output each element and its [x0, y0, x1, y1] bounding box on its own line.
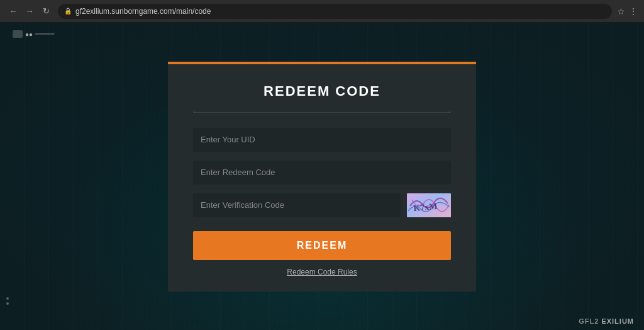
- address-bar[interactable]: 🔒 gf2exilium.sunborngame.com/main/code: [58, 4, 612, 19]
- nav-buttons: ← → ↻: [6, 4, 53, 18]
- forward-button[interactable]: →: [23, 4, 36, 18]
- brand-part2: EXILIUM: [601, 317, 634, 325]
- logo-icon: [13, 30, 23, 38]
- bottom-logo: GFL2 EXILIUM: [579, 317, 634, 325]
- brand-part1: GFL2: [579, 317, 599, 325]
- lock-icon: 🔒: [64, 8, 72, 14]
- divider: [193, 112, 451, 113]
- menu-icon[interactable]: ⋮: [629, 6, 638, 16]
- redeem-card: REDEEM CODE: [168, 62, 476, 292]
- star-icon[interactable]: ☆: [617, 6, 625, 16]
- redeem-button[interactable]: REDEEM: [193, 231, 451, 260]
- dot-1: [6, 297, 9, 300]
- page-background: ●● ━━━━━━ REDEEM CODE: [0, 23, 644, 330]
- card-title: REDEEM CODE: [193, 83, 451, 100]
- bottom-dots: [6, 297, 9, 305]
- uid-field-group: [193, 128, 451, 152]
- verification-field-group: K7xM: [193, 193, 451, 217]
- uid-input[interactable]: [193, 128, 451, 152]
- refresh-button[interactable]: ↻: [39, 4, 53, 18]
- logo-text: ●●: [25, 31, 33, 38]
- captcha-image[interactable]: K7xM: [407, 193, 451, 217]
- browser-chrome: ← → ↻ 🔒 gf2exilium.sunborngame.com/main/…: [0, 0, 644, 23]
- page-logo: ●● ━━━━━━: [13, 30, 54, 38]
- back-button[interactable]: ←: [6, 4, 20, 18]
- redeem-code-input[interactable]: [193, 161, 451, 185]
- dot-2: [6, 302, 9, 305]
- url-text: gf2exilium.sunborngame.com/main/code: [75, 7, 211, 16]
- browser-actions: ☆ ⋮: [617, 6, 638, 16]
- verification-code-input[interactable]: [193, 193, 401, 217]
- rules-link[interactable]: Redeem Code Rules: [193, 268, 451, 276]
- code-field-group: [193, 161, 451, 185]
- logo-subtext: ━━━━━━: [35, 31, 54, 37]
